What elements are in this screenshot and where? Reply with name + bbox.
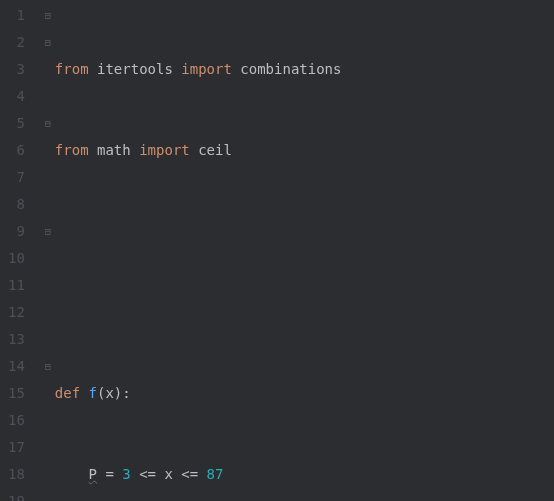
line-number: 11 <box>8 272 25 299</box>
code-area[interactable]: from itertools import combinations from … <box>55 0 434 501</box>
line-number: 18 <box>8 461 25 488</box>
line-number: 9 <box>8 218 25 245</box>
line-number: 10 <box>8 245 25 272</box>
line-number: 5 <box>8 110 25 137</box>
line-number: 17 <box>8 434 25 461</box>
line-number: 3 <box>8 56 25 83</box>
line-number: 16 <box>8 407 25 434</box>
code-line[interactable]: def f(x): <box>55 380 434 407</box>
fold-toggle-icon[interactable]: ⊟ <box>41 2 55 29</box>
code-line[interactable]: from itertools import combinations <box>55 56 434 83</box>
line-number: 19 <box>8 488 25 501</box>
fold-toggle-icon[interactable]: ⊟ <box>41 218 55 245</box>
line-number: 1 <box>8 2 25 29</box>
code-line[interactable]: from math import ceil <box>55 137 434 164</box>
line-number: 2 <box>8 29 25 56</box>
code-line[interactable] <box>55 218 434 245</box>
fold-gutter: ⊟ ⊟ ⊟ ⊟ ⊟ <box>41 0 55 501</box>
line-number: 12 <box>8 299 25 326</box>
fold-toggle-icon[interactable]: ⊟ <box>41 29 55 56</box>
line-number: 4 <box>8 83 25 110</box>
fold-toggle-icon[interactable]: ⊟ <box>41 353 55 380</box>
line-number: 8 <box>8 191 25 218</box>
line-number: 13 <box>8 326 25 353</box>
line-number: 15 <box>8 380 25 407</box>
line-number: 7 <box>8 164 25 191</box>
code-editor[interactable]: 1 2 3 4 5 6 7 8 9 10 11 12 13 14 15 16 1… <box>0 0 554 501</box>
line-number-gutter: 1 2 3 4 5 6 7 8 9 10 11 12 13 14 15 16 1… <box>0 0 41 501</box>
line-number: 14 <box>8 353 25 380</box>
fold-toggle-icon[interactable]: ⊟ <box>41 110 55 137</box>
code-line[interactable]: P = 3 <= x <= 87 <box>55 461 434 488</box>
code-line[interactable] <box>55 299 434 326</box>
line-number: 6 <box>8 137 25 164</box>
